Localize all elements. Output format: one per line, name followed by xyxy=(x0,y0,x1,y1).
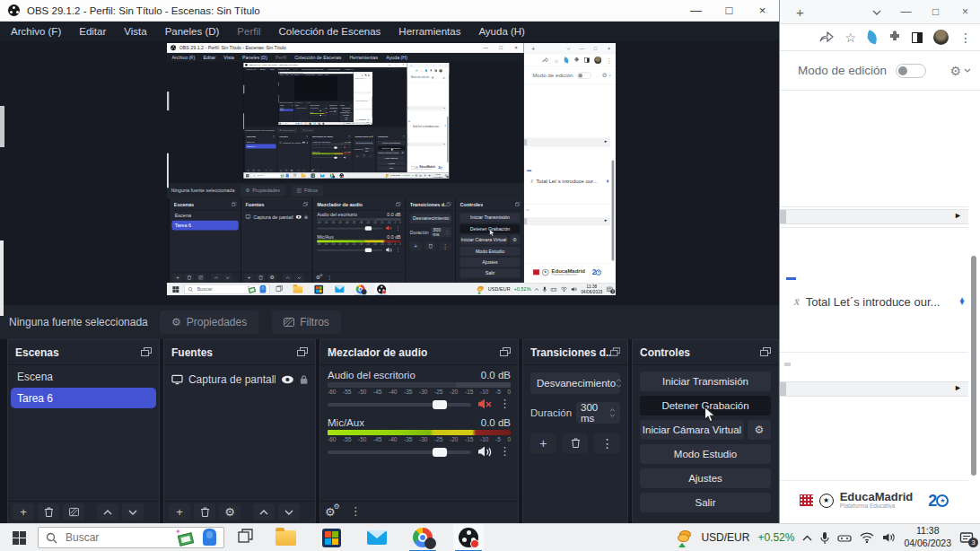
slider-handle[interactable] xyxy=(433,400,447,409)
transition-select[interactable]: Desvanecimiento xyxy=(530,372,620,394)
move-scene-down-button[interactable] xyxy=(122,503,144,520)
extensions-puzzle-icon[interactable] xyxy=(888,31,901,45)
mute-speaker-icon[interactable] xyxy=(477,398,493,410)
sort-arrows-icon[interactable]: ▲▼ xyxy=(958,298,966,306)
taskbar-obs[interactable] xyxy=(453,524,484,551)
menu-ayuda[interactable]: Ayuda (H) xyxy=(469,26,534,37)
start-streaming-button[interactable]: Iniciar Transmisión xyxy=(640,372,771,391)
mixer-menu-dots[interactable]: ⋮ xyxy=(350,509,362,515)
advanced-audio-button[interactable]: ⚙⚙ xyxy=(325,505,336,519)
popout-icon[interactable] xyxy=(760,347,771,357)
popout-icon[interactable] xyxy=(297,347,308,357)
taskbar-microsoft-store[interactable] xyxy=(316,524,346,551)
exit-button[interactable]: Salir xyxy=(640,493,771,512)
tray-device-icon[interactable] xyxy=(837,533,852,543)
taskbar: ✦ USD/EUR +0.52% xyxy=(0,523,980,551)
edit-mode-row: Modo de edición ⚙ xyxy=(780,51,980,91)
browser-scrollbar-thumb[interactable] xyxy=(971,256,976,476)
currency-widget-icon[interactable] xyxy=(678,529,693,546)
taskbar-clock[interactable]: 11:38 04/06/2023 xyxy=(904,525,951,549)
source-properties-button[interactable]: ⚙ xyxy=(219,503,241,520)
popout-icon[interactable] xyxy=(610,347,620,357)
wifi-icon[interactable] xyxy=(860,532,874,543)
volume-icon[interactable] xyxy=(882,532,896,543)
menu-editar[interactable]: Editar xyxy=(70,26,115,37)
channel-menu-dots[interactable]: ⋮ xyxy=(499,401,511,407)
mouse-cursor xyxy=(704,406,716,424)
page-settings-dropdown[interactable]: ⚙ xyxy=(949,64,971,78)
notification-center-button[interactable]: 3 xyxy=(959,531,974,545)
meter-tick: -20 xyxy=(450,389,458,395)
popout-icon[interactable] xyxy=(141,347,152,357)
duration-spinner[interactable]: 300 ms xyxy=(576,402,620,424)
browser-minimize-button[interactable]: — xyxy=(891,5,921,18)
menu-archivo[interactable]: Archivo (F) xyxy=(2,26,70,37)
move-source-down-button[interactable] xyxy=(278,503,300,520)
edit-mode-toggle[interactable] xyxy=(896,64,926,78)
studio-mode-button[interactable]: Modo Estudio xyxy=(640,444,771,464)
channel-menu-dots[interactable]: ⋮ xyxy=(499,449,511,455)
visibility-eye-icon[interactable] xyxy=(281,375,294,384)
share-icon[interactable] xyxy=(819,31,834,44)
scene-filters-button[interactable] xyxy=(63,503,84,520)
obs-maximize-button[interactable]: □ xyxy=(713,4,746,17)
menu-vista[interactable]: Vista xyxy=(115,26,155,37)
settings-button[interactable]: Ajustes xyxy=(640,468,771,488)
menu-perfil[interactable]: Perfil xyxy=(228,26,269,37)
reading-mode-icon[interactable] xyxy=(912,32,923,43)
collapsed-section-row[interactable]: ► xyxy=(780,381,968,397)
virtual-camera-settings-button[interactable]: ⚙ xyxy=(748,420,771,440)
taskbar-search[interactable]: ✦ xyxy=(38,527,224,548)
taskbar-mail[interactable] xyxy=(362,524,392,551)
search-input[interactable] xyxy=(64,530,144,545)
taskbar-chrome[interactable] xyxy=(407,524,438,551)
menu-paneles[interactable]: Paneles (D) xyxy=(156,26,229,37)
tray-chevron-up-icon[interactable] xyxy=(802,535,812,541)
source-item-display-capture[interactable]: Captura de pantalla xyxy=(164,370,315,389)
menu-herramientas[interactable]: Herramientas xyxy=(389,26,469,37)
currency-pair[interactable]: USD/EUR xyxy=(701,531,749,544)
microphone-icon[interactable] xyxy=(820,531,829,545)
remove-transition-button[interactable] xyxy=(563,433,589,453)
menu-coleccion-escenas[interactable]: Colección de Escenas xyxy=(270,26,390,37)
move-scene-up-button[interactable] xyxy=(97,503,118,520)
extension-feather-icon[interactable] xyxy=(865,30,879,44)
total-row[interactable]: x̄ Total Let´s introduce our... ▲▼ xyxy=(794,292,966,311)
move-source-up-button[interactable] xyxy=(253,503,275,520)
tab-search-chevron-icon[interactable] xyxy=(862,5,891,18)
lock-icon[interactable] xyxy=(300,374,308,385)
task-view-button[interactable] xyxy=(238,529,253,547)
meter-tick: -5 xyxy=(495,436,501,442)
new-tab-button[interactable]: + xyxy=(796,5,804,19)
start-virtual-camera-button[interactable]: Iniciar Cámara Virtual xyxy=(640,420,744,440)
properties-button[interactable]: ⚙ Propiedades xyxy=(160,310,258,334)
remove-scene-button[interactable] xyxy=(38,503,59,520)
obs-minimize-button[interactable]: — xyxy=(679,4,713,17)
add-transition-button[interactable]: + xyxy=(530,433,556,453)
scene-item-tarea6[interactable]: Tarea 6 xyxy=(11,388,156,408)
volume-slider[interactable] xyxy=(328,403,471,407)
browser-maximize-button[interactable]: □ xyxy=(921,5,950,18)
volume-slider[interactable] xyxy=(328,450,471,454)
no-source-label: Ninguna fuente seleccionada xyxy=(9,316,160,328)
start-button[interactable] xyxy=(0,524,38,551)
remove-source-button[interactable] xyxy=(194,503,215,520)
bookmark-star-icon[interactable]: ☆ xyxy=(844,31,856,44)
popout-icon[interactable] xyxy=(500,347,511,357)
obs-close-button[interactable]: × xyxy=(746,4,779,17)
scene-item-escena[interactable]: Escena xyxy=(11,366,156,387)
browser-menu-dots-icon[interactable]: ⋮ xyxy=(959,31,972,44)
transition-menu-dots[interactable]: ⋮ xyxy=(594,433,620,453)
spinner-arrows-icon[interactable] xyxy=(609,408,616,417)
filters-button[interactable]: Filtros xyxy=(272,310,341,334)
add-source-button[interactable]: + xyxy=(169,503,190,520)
taskbar-file-explorer[interactable] xyxy=(270,524,301,551)
add-scene-button[interactable]: + xyxy=(13,503,34,520)
currency-change[interactable]: +0.52% xyxy=(757,531,794,544)
slider-handle[interactable] xyxy=(433,448,447,457)
collapsed-section-row[interactable]: ► xyxy=(780,209,968,224)
profile-avatar[interactable] xyxy=(933,30,949,45)
browser-window: + — □ × ☆ ⋮ Modo de edición ⚙ xyxy=(779,0,980,523)
browser-close-button[interactable]: × xyxy=(950,5,980,18)
speaker-icon[interactable] xyxy=(477,446,493,458)
